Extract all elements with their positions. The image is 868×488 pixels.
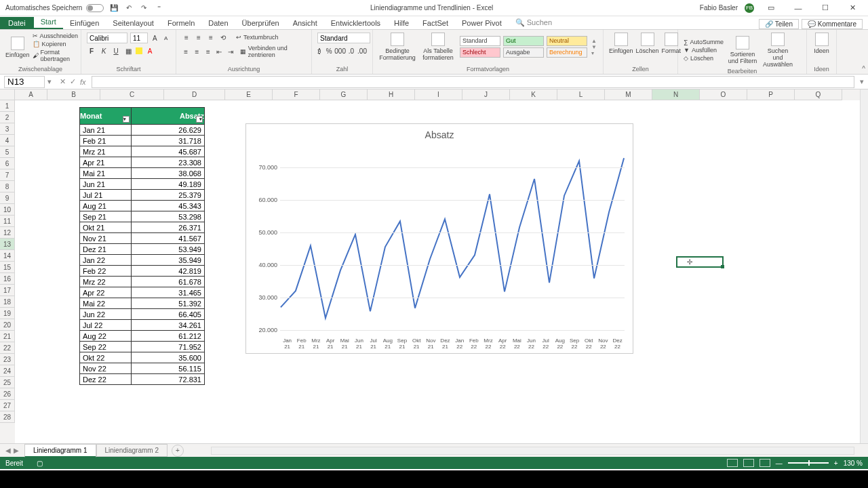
ideas-button[interactable]: Ideen — [812, 33, 831, 54]
view-pagelayout-icon[interactable] — [743, 459, 754, 467]
cell-month[interactable]: Apr 22 — [80, 287, 132, 298]
cancel-formula-icon[interactable]: ✕ — [60, 77, 66, 86]
table-row[interactable]: Aug 2145.343 — [80, 201, 205, 211]
macro-record-icon[interactable]: ▢ — [37, 460, 43, 467]
align-center-icon[interactable]: ≡ — [193, 47, 201, 56]
indent-dec-icon[interactable]: ⇤ — [215, 47, 223, 56]
filter-icon[interactable]: ▾ — [123, 116, 130, 123]
align-top-icon[interactable]: ≡ — [182, 33, 191, 42]
column-header[interactable]: I — [415, 89, 462, 100]
table-row[interactable]: Okt 2126.371 — [80, 222, 205, 233]
cell-value[interactable]: 45.687 — [132, 146, 205, 157]
cells-insert-button[interactable]: Einfügen — [609, 33, 633, 54]
row-header[interactable]: 8 — [0, 181, 15, 192]
cell-value[interactable]: 71.952 — [132, 342, 205, 352]
cell-month[interactable]: Sep 21 — [80, 211, 132, 222]
row-header[interactable]: 5 — [0, 146, 15, 158]
fill-button[interactable]: ▼ Ausfüllen — [684, 47, 724, 54]
dec-decimal-icon[interactable]: .00 — [357, 46, 367, 56]
row-header[interactable]: 12 — [0, 227, 15, 239]
tab-formulas[interactable]: Formeln — [161, 17, 201, 29]
cell-value[interactable]: 25.379 — [132, 190, 205, 201]
paste-button[interactable]: Einfügen — [5, 37, 30, 58]
table-row[interactable]: Sep 2153.298 — [80, 211, 205, 222]
cell-value[interactable]: 31.718 — [132, 136, 205, 146]
cut-button[interactable]: ✂ Ausschneiden — [33, 33, 79, 39]
style-schlecht[interactable]: Schlecht — [460, 47, 500, 58]
tab-start[interactable]: Start — [34, 16, 63, 29]
table-row[interactable]: Feb 2131.718 — [80, 136, 205, 146]
table-row[interactable]: Nov 2141.567 — [80, 233, 205, 244]
select-all-corner[interactable] — [0, 89, 15, 100]
styles-up-icon[interactable]: ▲ — [591, 38, 597, 44]
styles-down-icon[interactable]: ▼ — [591, 44, 597, 50]
cell-month[interactable]: Nov 21 — [80, 233, 132, 244]
table-row[interactable]: Jun 2149.189 — [80, 179, 205, 190]
cell-month[interactable]: Jun 21 — [80, 179, 132, 190]
save-icon[interactable]: 💾 — [109, 3, 119, 13]
table-row[interactable]: Dez 2272.831 — [80, 374, 205, 385]
zoom-in-icon[interactable]: + — [834, 460, 838, 467]
find-select-button[interactable]: Suchen und Auswählen — [762, 33, 794, 68]
table-row[interactable]: Jan 2235.949 — [80, 255, 205, 266]
cell-value[interactable]: 49.189 — [132, 179, 205, 190]
cell-value[interactable]: 61.678 — [132, 277, 205, 287]
font-color-button[interactable]: A — [145, 46, 155, 56]
row-header[interactable]: 13 — [0, 239, 15, 250]
column-header[interactable]: O — [700, 89, 747, 100]
row-header[interactable]: 23 — [0, 354, 15, 365]
cell-value[interactable]: 35.600 — [132, 352, 205, 363]
table-row[interactable]: Okt 2235.600 — [80, 352, 205, 363]
column-header[interactable]: B — [47, 89, 100, 100]
cell-month[interactable]: Sep 22 — [80, 342, 132, 352]
tab-help[interactable]: Hilfe — [387, 17, 416, 29]
column-header[interactable]: F — [273, 89, 320, 100]
column-header[interactable]: D — [164, 89, 225, 100]
row-header[interactable]: 6 — [0, 158, 15, 169]
table-row[interactable]: Feb 2242.819 — [80, 266, 205, 277]
table-row[interactable]: Apr 2123.308 — [80, 157, 205, 168]
column-header[interactable]: E — [225, 89, 273, 100]
collapse-ribbon-icon[interactable]: ^ — [862, 65, 865, 73]
zoom-out-icon[interactable]: — — [776, 460, 783, 467]
namebox-dropdown-icon[interactable]: ▾ — [47, 77, 52, 86]
cell-month[interactable]: Jan 22 — [80, 255, 132, 266]
table-row[interactable]: Mai 2251.392 — [80, 298, 205, 309]
merge-button[interactable]: ▦ Verbinden und zentrieren — [240, 45, 306, 58]
column-header[interactable]: H — [368, 89, 415, 100]
cell-month[interactable]: Feb 21 — [80, 136, 132, 146]
percent-icon[interactable]: % — [326, 46, 333, 56]
autosum-button[interactable]: ∑ AutoSumme — [684, 39, 724, 45]
row-header[interactable]: 16 — [0, 273, 15, 285]
orientation-icon[interactable]: ⟲ — [218, 33, 228, 42]
cell-month[interactable]: Dez 22 — [80, 374, 132, 385]
undo-icon[interactable]: ↶ — [124, 3, 134, 13]
fill-color-button[interactable] — [136, 47, 142, 54]
style-standard[interactable]: Standard — [460, 36, 500, 46]
cell-value[interactable]: 34.261 — [132, 320, 205, 331]
tab-powerpivot[interactable]: Power Pivot — [455, 17, 509, 29]
name-box[interactable] — [4, 76, 45, 88]
sort-filter-button[interactable]: Sortieren und Filtern — [726, 36, 759, 64]
horizontal-scrollbar[interactable] — [211, 447, 854, 455]
row-header[interactable]: 22 — [0, 342, 15, 354]
row-header[interactable]: 2 — [0, 112, 15, 123]
cell-month[interactable]: Aug 22 — [80, 331, 132, 342]
style-neutral[interactable]: Neutral — [547, 36, 587, 46]
table-row[interactable]: Jul 2234.261 — [80, 320, 205, 331]
view-pagebreak-icon[interactable] — [760, 459, 770, 467]
cell-month[interactable]: Feb 22 — [80, 266, 132, 277]
zoom-level[interactable]: 130 % — [844, 460, 863, 467]
cell-value[interactable]: 42.819 — [132, 266, 205, 277]
maximize-icon[interactable]: ☐ — [815, 3, 835, 12]
cell-month[interactable]: Jul 22 — [80, 320, 132, 331]
tab-factset[interactable]: FactSet — [416, 17, 455, 29]
cell-month[interactable]: Okt 22 — [80, 352, 132, 363]
row-header[interactable]: 28 — [0, 411, 15, 423]
inc-decimal-icon[interactable]: .0 — [348, 46, 355, 56]
row-header[interactable]: 11 — [0, 216, 15, 227]
table-header-month[interactable]: Monat▾ — [80, 108, 132, 125]
row-header[interactable]: 18 — [0, 296, 15, 308]
cell-value[interactable]: 53.949 — [132, 244, 205, 255]
row-header[interactable]: 10 — [0, 204, 15, 216]
